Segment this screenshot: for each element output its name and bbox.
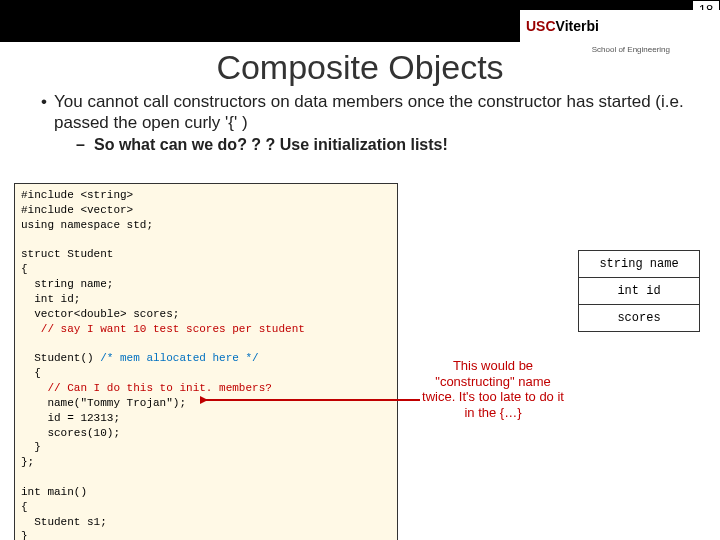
diagram-row-id: int id — [579, 278, 699, 305]
logo-tagline: School of Engineering — [592, 45, 670, 54]
code-block: #include <string> #include <vector> usin… — [14, 183, 398, 540]
logo-usc: USC — [526, 18, 556, 34]
memory-diagram: string name int id scores — [578, 250, 700, 332]
logo: USCViterbi School of Engineering — [520, 10, 720, 42]
logo-viterbi: Viterbi — [556, 18, 599, 34]
bullet-sub-text: So what can we do? ? ? Use initializatio… — [94, 136, 448, 154]
header-bar: 18 USCViterbi School of Engineering — [0, 0, 720, 42]
diagram-row-scores: scores — [579, 305, 699, 331]
bullet-main: • You cannot call constructors on data m… — [34, 91, 686, 134]
bullet-sub: – So what can we do? ? ? Use initializat… — [76, 136, 686, 154]
bullet-main-text: You cannot call constructors on data mem… — [54, 91, 686, 134]
diagram-row-name: string name — [579, 251, 699, 278]
content-area: • You cannot call constructors on data m… — [0, 91, 720, 154]
annotation-text: This would be "constructing" name twice.… — [418, 358, 568, 420]
